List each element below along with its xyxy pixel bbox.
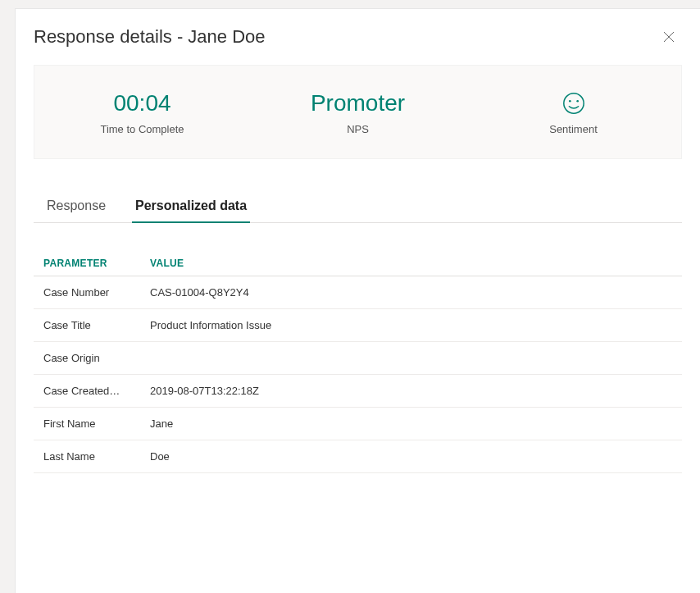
time-label: Time to Complete	[34, 123, 250, 135]
table-row: Case Created… 2019-08-07T13:22:18Z	[34, 375, 682, 408]
summary-bar: 00:04 Time to Complete Promoter NPS Sent…	[34, 65, 682, 159]
value-cell: CAS-01004-Q8Y2Y4	[140, 276, 682, 309]
table-row: Last Name Doe	[34, 440, 682, 473]
value-cell: Doe	[140, 440, 682, 473]
summary-sentiment: Sentiment	[466, 89, 681, 135]
table-row: First Name Jane	[34, 408, 682, 440]
tab-response[interactable]: Response	[43, 190, 109, 223]
nps-value: Promoter	[250, 89, 466, 118]
response-details-modal: Response details - Jane Doe 00:04 Time t…	[15, 8, 700, 593]
nps-label: NPS	[250, 123, 466, 135]
param-cell: Case Title	[34, 309, 140, 342]
sentiment-label: Sentiment	[466, 123, 681, 135]
svg-point-3	[569, 100, 571, 103]
personalized-data-table: PARAMETER VALUE Case Number CAS-01004-Q8…	[34, 251, 682, 473]
param-cell: First Name	[34, 408, 140, 440]
value-cell: 2019-08-07T13:22:18Z	[140, 375, 682, 408]
svg-point-4	[576, 100, 579, 103]
col-parameter: PARAMETER	[34, 251, 140, 276]
close-icon	[663, 31, 675, 43]
value-cell: Jane	[140, 408, 682, 440]
value-cell: Product Information Issue	[140, 309, 682, 342]
smile-icon	[561, 91, 586, 116]
tab-personalized-data[interactable]: Personalized data	[132, 190, 250, 223]
svg-point-2	[563, 94, 583, 113]
modal-header: Response details - Jane Doe	[16, 9, 700, 65]
summary-time: 00:04 Time to Complete	[34, 89, 250, 135]
param-cell: Case Number	[34, 276, 140, 309]
value-cell	[140, 342, 682, 375]
sentiment-icon-wrap	[466, 89, 681, 118]
col-value: VALUE	[140, 251, 682, 276]
table-header-row: PARAMETER VALUE	[34, 251, 682, 276]
close-button[interactable]	[656, 24, 682, 50]
personalized-data-table-container: PARAMETER VALUE Case Number CAS-01004-Q8…	[34, 251, 682, 473]
modal-title: Response details - Jane Doe	[34, 26, 266, 48]
summary-nps: Promoter NPS	[250, 89, 466, 135]
table-row: Case Title Product Information Issue	[34, 309, 682, 342]
param-cell: Last Name	[34, 440, 140, 473]
param-cell: Case Created…	[34, 375, 140, 408]
tabs: Response Personalized data	[34, 190, 682, 223]
table-row: Case Number CAS-01004-Q8Y2Y4	[34, 276, 682, 309]
time-value: 00:04	[34, 89, 250, 118]
table-row: Case Origin	[34, 342, 682, 375]
param-cell: Case Origin	[34, 342, 140, 375]
